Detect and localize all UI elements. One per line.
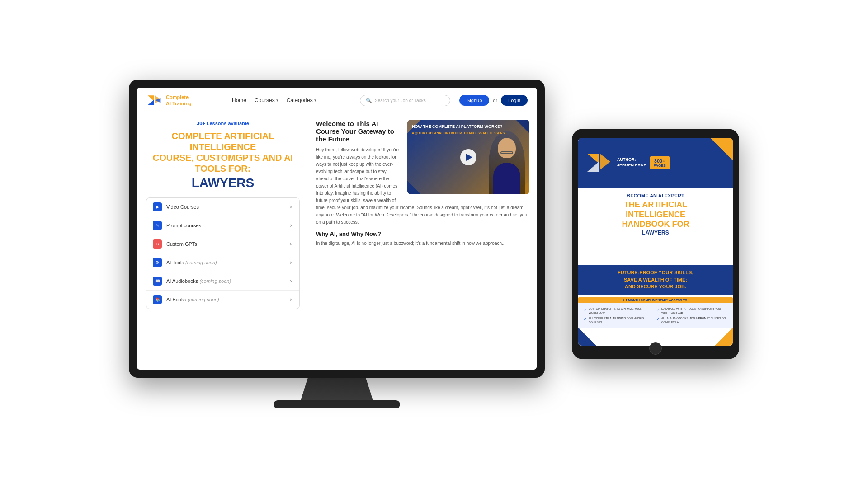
book-future-text: FUTURE-PROOF YOUR SKILLS; SAVE A WEALTH …: [585, 269, 726, 290]
play-icon: [466, 154, 472, 161]
gpt-icon: G: [153, 239, 162, 249]
close-icon[interactable]: ✕: [289, 205, 293, 210]
book-middle: BECOME AN AI EXPERT THE ARTIFICIAL INTEL…: [578, 188, 733, 239]
feature-3: ✓ ALL COMPLETE AI TRAINING.COM HYBRID CO…: [584, 316, 655, 324]
signup-button[interactable]: Signup: [459, 95, 489, 106]
check-icon: ✓: [656, 317, 660, 322]
site-content: 30+ Lessons available COMPLETE ARTIFICIA…: [137, 113, 537, 370]
logo-line2: AI Training: [166, 100, 192, 107]
tablet-wrap: AUTHOR: JEROEN ERNÉ 300+ PAGES BECO: [572, 129, 739, 359]
custom-gpts-label: Custom GPTs: [166, 241, 197, 247]
monitor-wrap: Complete AI Training Home Courses ▾ Cate…: [129, 80, 545, 408]
tablet-screen: AUTHOR: JEROEN ERNÉ 300+ PAGES BECO: [578, 138, 733, 346]
nav-auth: Signup or Login: [459, 95, 528, 106]
close-icon[interactable]: ✕: [289, 223, 293, 228]
audiobooks-label: AI Audiobooks (coming soon): [166, 278, 231, 284]
close-icon[interactable]: ✕: [289, 242, 293, 247]
book-author-label: AUTHOR: JEROEN ERNÉ: [617, 157, 646, 168]
course-list: ▶ Video Courses ✕ ✎ Prompt courses: [146, 197, 300, 309]
feature-4-text: ALL AI AUDIOBOOKS, JOB & PROMPT GUIDES O…: [661, 316, 727, 324]
list-item[interactable]: ⚙ AI Tools (coming soon) ✕: [146, 253, 299, 272]
close-icon[interactable]: ✕: [289, 297, 293, 302]
nav-courses[interactable]: Courses ▾: [255, 97, 278, 103]
monitor-stand: [301, 378, 373, 400]
feature-1-text: CUSTOM CHATGPTS TO OPTIMIZE YOUR WORKFLO…: [589, 307, 655, 314]
video-title: HOW THE COMPLETE AI PLATFORM WORKS?: [412, 124, 505, 130]
nav-search-box[interactable]: 🔍 Search your Job or Tasks: [360, 95, 450, 106]
tablet-home-button[interactable]: [649, 342, 662, 355]
svg-marker-6: [600, 154, 610, 170]
list-item[interactable]: ▶ Video Courses ✕: [146, 198, 299, 216]
feature-3-text: ALL COMPLETE AI TRAINING.COM HYBRID COUR…: [589, 316, 655, 324]
svg-marker-5: [587, 162, 599, 172]
book-features: ✓ CUSTOM CHATGPTS TO OPTIMIZE YOUR WORKF…: [578, 303, 733, 328]
audiobook-icon: 📖: [153, 277, 162, 286]
site-right-panel: HOW THE COMPLETE AI PLATFORM WORKS? A QU…: [309, 113, 537, 370]
tablet-body: AUTHOR: JEROEN ERNÉ 300+ PAGES BECO: [572, 129, 739, 359]
feature-4: ✓ ALL AI AUDIOBOOKS, JOB & PROMPT GUIDES…: [656, 316, 727, 324]
book-pages-badge: 300+ PAGES: [650, 156, 670, 169]
book-bottom-blue: FUTURE-PROOF YOUR SKILLS; SAVE A WEALTH …: [578, 265, 733, 295]
video-text-overlay: HOW THE COMPLETE AI PLATFORM WORKS? A QU…: [412, 124, 505, 135]
close-icon[interactable]: ✕: [289, 279, 293, 284]
list-item[interactable]: 📖 AI Audiobooks (coming soon) ✕: [146, 272, 299, 291]
list-item[interactable]: G Custom GPTs ✕: [146, 235, 299, 253]
site-logo: Complete AI Training: [146, 92, 214, 108]
svg-marker-4: [587, 154, 599, 164]
check-icon: ✓: [584, 307, 587, 312]
book-cover: AUTHOR: JEROEN ERNÉ 300+ PAGES BECO: [578, 138, 733, 346]
nav-links: Home Courses ▾ Categories ▾: [232, 97, 351, 103]
ai-books-label: AI Books (coming soon): [166, 297, 219, 302]
book-orange-badge: + 1 MONTH COMPLIMENTARY ACCESS TO:: [578, 297, 733, 303]
nav-categories[interactable]: Categories ▾: [287, 97, 316, 103]
hero-title: COMPLETE ARTIFICIAL INTELLIGENCE COURSE,…: [146, 131, 300, 174]
monitor-base: [274, 400, 400, 408]
courses-chevron-icon: ▾: [276, 98, 278, 103]
corner-triangle-right: [715, 328, 733, 346]
book-triangle-corner: [710, 138, 733, 160]
book-main-title: THE ARTIFICIAL INTELLIGENCE HANDBOOK FOR: [585, 200, 726, 230]
video-thumbnail[interactable]: HOW THE COMPLETE AI PLATFORM WORKS? A QU…: [407, 120, 529, 194]
check-icon: ✓: [656, 307, 660, 312]
scene: Complete AI Training Home Courses ▾ Cate…: [0, 0, 868, 488]
book-top: AUTHOR: JEROEN ERNÉ 300+ PAGES: [578, 138, 733, 188]
prompt-courses-label: Prompt courses: [166, 223, 201, 228]
site-left-panel: 30+ Lessons available COMPLETE ARTIFICIA…: [137, 113, 309, 370]
content-heading2: Why AI, and Why Now?: [316, 230, 529, 237]
svg-marker-0: [148, 95, 154, 101]
monitor-screen: Complete AI Training Home Courses ▾ Cate…: [137, 88, 537, 370]
logo-line1: Complete: [166, 94, 192, 100]
lessons-badge: 30+ Lessons available: [146, 121, 300, 126]
feature-2: ✓ DATABASE WITH AI TOOLS TO SUPPORT YOU …: [656, 307, 727, 314]
logo-icon: [146, 92, 162, 108]
video-courses-label: Video Courses: [166, 204, 199, 210]
ai-tools-label: AI Tools (coming soon): [166, 260, 217, 265]
search-placeholder-text: Search your Job or Tasks: [375, 98, 426, 103]
check-icon: ✓: [584, 317, 587, 322]
logo-text-wrap: Complete AI Training: [166, 94, 192, 107]
book-become-label: BECOME AN AI EXPERT: [585, 193, 726, 198]
prompt-icon: ✎: [153, 221, 162, 230]
book-author-box: AUTHOR: JEROEN ERNÉ 300+ PAGES: [617, 156, 670, 169]
corner-triangle-left: [578, 328, 596, 346]
login-button[interactable]: Login: [501, 95, 528, 106]
book-logo-icon: [585, 149, 613, 176]
content-para2: In the digital age, AI is no longer just…: [316, 240, 529, 247]
video-subtitle: A QUICK EXPLANATION ON HOW TO ACCESS ALL…: [412, 131, 505, 136]
book-icon: 📚: [153, 295, 162, 304]
site-navbar: Complete AI Training Home Courses ▾ Cate…: [137, 88, 537, 113]
book-subtitle: LAWYERS: [585, 230, 726, 236]
video-icon: ▶: [153, 202, 162, 211]
tools-icon: ⚙: [153, 258, 162, 267]
hero-subtitle: LAWYERS: [146, 176, 300, 190]
play-button[interactable]: [460, 149, 476, 165]
monitor-body: Complete AI Training Home Courses ▾ Cate…: [129, 80, 545, 378]
or-label: or: [493, 98, 497, 103]
close-icon[interactable]: ✕: [289, 260, 293, 265]
list-item[interactable]: ✎ Prompt courses ✕: [146, 216, 299, 235]
list-item[interactable]: 📚 AI Books (coming soon) ✕: [146, 291, 299, 309]
feature-1: ✓ CUSTOM CHATGPTS TO OPTIMIZE YOUR WORKF…: [584, 307, 655, 314]
nav-home[interactable]: Home: [232, 97, 246, 103]
categories-chevron-icon: ▾: [314, 98, 316, 103]
search-icon: 🔍: [366, 98, 372, 103]
